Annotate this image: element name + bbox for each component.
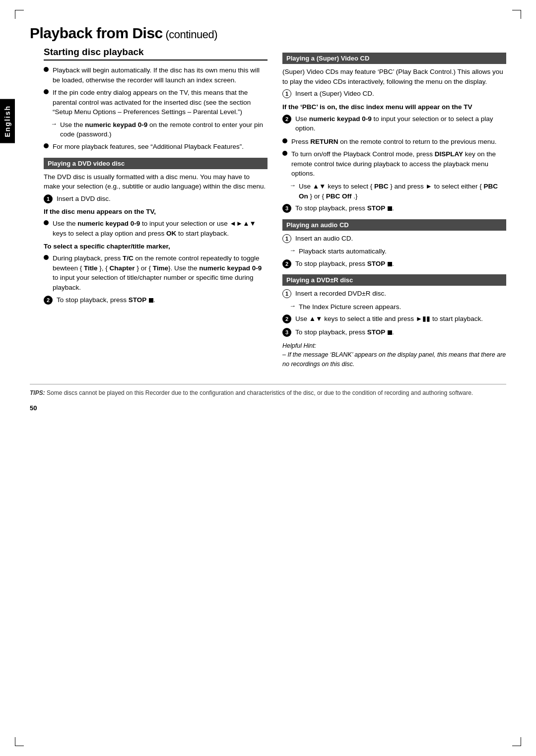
step-num-2-svcd: 2 <box>282 115 291 124</box>
stop-icon-dvd <box>149 298 153 303</box>
arrow-pin: → Use the numeric keypad 0-9 on the remo… <box>51 120 268 139</box>
pbc-heading: If the ‘PBC’ is on, the disc index menu … <box>282 103 506 112</box>
arrow-text-pbc: Use ▲▼ keys to select { PBC } and press … <box>299 182 506 201</box>
helpful-hint: Helpful Hint: – If the message ‘BLANK’ a… <box>282 341 506 369</box>
bullet-return: Press RETURN on the remote control to re… <box>282 137 506 147</box>
audio-cd-bar: Playing an audio CD <box>282 219 506 231</box>
step-text-3-svcd: To stop playback, press STOP . <box>295 203 506 213</box>
title-continued: (continued) <box>163 28 217 41</box>
chapter-title-heading-text: To select a specific chapter/title marke… <box>44 243 170 250</box>
step-num-2-dvdr: 2 <box>282 315 291 323</box>
bullet-circle-display <box>282 151 287 156</box>
step-2-svcd: 2 Use numeric keypad 0-9 to input your s… <box>282 114 506 133</box>
helpful-hint-text: – If the message ‘BLANK’ appears on the … <box>282 350 506 369</box>
arrow-text-dvdr: The Index Picture screen appears. <box>299 302 506 312</box>
bullet-circle-2 <box>44 89 49 94</box>
super-vcd-bar: Playing a (Super) Video CD <box>282 53 506 64</box>
bullet-circle-numeric <box>44 220 49 225</box>
bullet-circle-return <box>282 138 287 143</box>
dvd-intro-text: The DVD disc is usually formatted with a… <box>44 172 268 191</box>
arrow-symbol-pin: → <box>51 120 57 127</box>
step-num-1-svcd: 1 <box>282 89 291 98</box>
stop-icon-dvdr <box>388 330 392 335</box>
arrow-acd: → Playback starts automatically. <box>289 247 506 256</box>
bullet-numeric: Use the numeric keypad 0-9 to input your… <box>44 219 268 238</box>
bullet-item-1: Playback will begin automatically. If th… <box>44 65 268 85</box>
step-num-2-dvd: 2 <box>44 296 53 305</box>
bullet-circle-more <box>44 143 49 148</box>
arrow-pbc: → Use ▲▼ keys to select { PBC } and pres… <box>289 182 506 201</box>
bullet-item-more: For more playback features, see “Additio… <box>44 142 268 152</box>
corner-bl <box>15 737 24 746</box>
step-1-svcd: 1 Insert a (Super) Video CD. <box>282 89 506 99</box>
dvd-if-menu-heading: If the disc menu appears on the TV, <box>44 207 268 217</box>
step-text-3-dvdr: To stop playback, press STOP . <box>295 327 506 337</box>
step-text-2-dvdr: Use ▲▼ keys to select a title and press … <box>295 314 506 324</box>
step-num-1-dvd: 1 <box>44 194 53 203</box>
step-text-2-acd: To stop playback, press STOP . <box>295 259 506 269</box>
arrow-symbol-acd: → <box>289 247 296 254</box>
step-2-dvd: 2 To stop playback, press STOP . <box>44 295 268 305</box>
arrow-symbol-dvdr: → <box>289 302 296 310</box>
section-heading: Starting disc playback <box>44 47 268 61</box>
stop-icon-acd <box>388 262 392 266</box>
bullet-circle-1 <box>44 67 49 72</box>
title-text: Playback from Disc <box>30 25 163 41</box>
step-text-1-dvdr: Insert a recorded DVD±R disc. <box>295 289 506 299</box>
bullet-text-return: Press RETURN on the remote control to re… <box>291 137 506 147</box>
page-number: 50 <box>30 404 506 412</box>
step-text-1-acd: Insert an audio CD. <box>295 234 506 244</box>
step-1-dvd: 1 Insert a DVD disc. <box>44 194 268 204</box>
step-text-1-svcd: Insert a (Super) Video CD. <box>295 89 506 99</box>
step-2-dvdr: 2 Use ▲▼ keys to select a title and pres… <box>282 314 506 324</box>
arrow-dvdr: → The Index Picture screen appears. <box>289 302 506 312</box>
corner-br <box>512 737 521 746</box>
dvd-bar: Playing a DVD video disc <box>44 158 268 169</box>
stop-icon-svcd <box>388 206 392 211</box>
step-text-1-dvd: Insert a DVD disc. <box>57 194 268 204</box>
bullet-text-more: For more playback features, see “Additio… <box>53 142 268 152</box>
chapter-title-heading: To select a specific chapter/title marke… <box>44 242 268 252</box>
step-2-acd: 2 To stop playback, press STOP . <box>282 259 506 269</box>
bullet-text-display: To turn on/off the Playback Control mode… <box>291 149 506 179</box>
corner-tr <box>512 10 521 19</box>
step-1-dvdr: 1 Insert a recorded DVD±R disc. <box>282 289 506 299</box>
bullet-item-2: If the pin code entry dialog appears on … <box>44 88 268 117</box>
bullet-chapter: During playback, press T/C on the remote… <box>44 253 268 292</box>
helpful-hint-title: Helpful Hint: <box>282 341 506 351</box>
pbc-heading-text: If the ‘PBC’ is on, the disc index menu … <box>282 103 472 111</box>
tips-text: Some discs cannot be played on this Reco… <box>47 389 473 396</box>
step-text-2-dvd: To stop playback, press STOP . <box>57 295 268 305</box>
step-num-2-acd: 2 <box>282 259 291 268</box>
arrow-text-acd: Playback starts automatically. <box>299 247 506 256</box>
bullet-text-2: If the pin code entry dialog appears on … <box>53 88 268 117</box>
arrow-text-pin: Use the numeric keypad 0-9 on the remote… <box>60 120 268 139</box>
step-3-dvdr: 3 To stop playback, press STOP . <box>282 327 506 337</box>
step-text-2-svcd: Use numeric keypad 0-9 to input your sel… <box>295 114 506 133</box>
left-column: Starting disc playback Playback will beg… <box>30 47 268 369</box>
step-num-3-dvdr: 3 <box>282 328 291 337</box>
step-num-1-dvdr: 1 <box>282 289 291 298</box>
step-num-1-acd: 1 <box>282 234 291 243</box>
tips-bar: TIPS: Some discs cannot be played on thi… <box>30 384 506 397</box>
super-vcd-intro: (Super) Video CDs may feature ‘PBC’ (Pla… <box>282 67 506 86</box>
right-column: Playing a (Super) Video CD (Super) Video… <box>282 47 506 369</box>
bullet-text-1: Playback will begin automatically. If th… <box>53 65 268 85</box>
bullet-text-chapter: During playback, press T/C on the remote… <box>53 253 268 292</box>
content-area: Starting disc playback Playback will beg… <box>30 47 506 369</box>
bullet-circle-chapter <box>44 255 49 260</box>
corner-tl <box>15 10 24 19</box>
tips-label: TIPS: <box>30 389 45 396</box>
bullet-text-numeric: Use the numeric keypad 0-9 to input your… <box>53 219 268 238</box>
step-num-3-svcd: 3 <box>282 204 291 213</box>
step-1-acd: 1 Insert an audio CD. <box>282 234 506 244</box>
arrow-symbol-pbc: → <box>289 182 296 189</box>
dvdr-bar: Playing a DVD±R disc <box>282 274 506 286</box>
main-title: Playback from Disc (continued) <box>30 25 506 42</box>
bullet-display: To turn on/off the Playback Control mode… <box>282 149 506 179</box>
page: English Playback from Disc (continued) S… <box>0 0 536 756</box>
english-tab: English <box>0 99 15 143</box>
step-3-svcd: 3 To stop playback, press STOP . <box>282 203 506 213</box>
